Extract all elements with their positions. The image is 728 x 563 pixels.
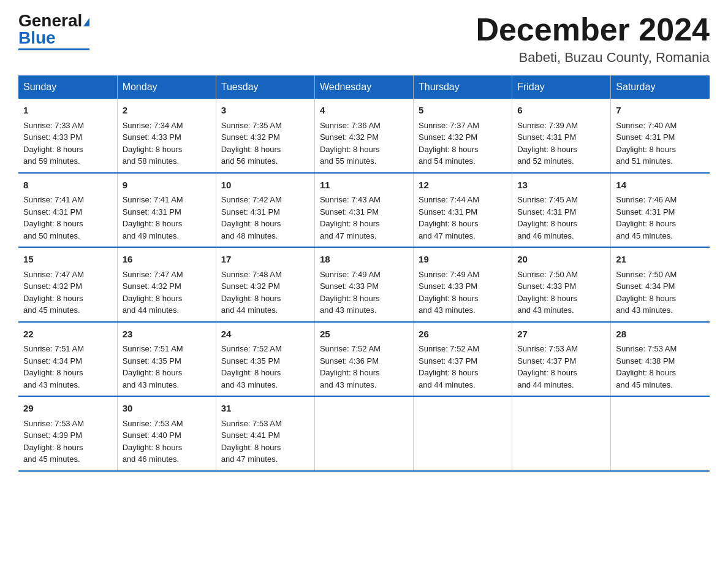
day-number: 27 [517, 327, 605, 342]
logo-triangle-icon [83, 18, 89, 26]
calendar-cell: 1Sunrise: 7:33 AMSunset: 4:33 PMDaylight… [18, 99, 117, 173]
day-number: 12 [419, 178, 507, 193]
calendar-cell: 27Sunrise: 7:53 AMSunset: 4:37 PMDayligh… [512, 322, 611, 397]
calendar-cell: 8Sunrise: 7:41 AMSunset: 4:31 PMDaylight… [18, 173, 117, 248]
calendar-cell: 13Sunrise: 7:45 AMSunset: 4:31 PMDayligh… [512, 173, 611, 248]
calendar-cell: 31Sunrise: 7:53 AMSunset: 4:41 PMDayligh… [216, 396, 314, 471]
calendar-cell: 11Sunrise: 7:43 AMSunset: 4:31 PMDayligh… [314, 173, 413, 248]
calendar-cell: 17Sunrise: 7:48 AMSunset: 4:32 PMDayligh… [216, 247, 314, 322]
calendar-cell: 12Sunrise: 7:44 AMSunset: 4:31 PMDayligh… [414, 173, 512, 248]
calendar-cell: 9Sunrise: 7:41 AMSunset: 4:31 PMDaylight… [117, 173, 216, 248]
day-number: 21 [616, 253, 705, 267]
week-row-1: 1Sunrise: 7:33 AMSunset: 4:33 PMDaylight… [18, 99, 710, 173]
day-number: 31 [221, 402, 309, 416]
day-number: 28 [616, 327, 705, 342]
weekday-header-saturday: Saturday [611, 75, 710, 99]
page-header: General Blue December 2024 Babeti, Buzau… [18, 12, 710, 66]
week-row-4: 22Sunrise: 7:51 AMSunset: 4:34 PMDayligh… [18, 322, 710, 397]
calendar-cell: 23Sunrise: 7:51 AMSunset: 4:35 PMDayligh… [117, 322, 216, 397]
week-row-3: 15Sunrise: 7:47 AMSunset: 4:32 PMDayligh… [18, 247, 710, 322]
logo: General Blue [18, 12, 89, 50]
day-number: 11 [320, 178, 408, 193]
day-number: 23 [123, 327, 211, 342]
day-number: 4 [320, 104, 408, 118]
calendar-cell [314, 396, 413, 471]
calendar-cell: 14Sunrise: 7:46 AMSunset: 4:31 PMDayligh… [611, 173, 710, 248]
title-section: December 2024 Babeti, Buzau County, Roma… [476, 12, 710, 66]
day-number: 17 [221, 253, 309, 267]
day-number: 29 [23, 402, 112, 416]
calendar-cell [512, 396, 611, 471]
day-number: 7 [616, 104, 705, 118]
calendar-cell: 30Sunrise: 7:53 AMSunset: 4:40 PMDayligh… [117, 396, 216, 471]
calendar-cell: 20Sunrise: 7:50 AMSunset: 4:33 PMDayligh… [512, 247, 611, 322]
calendar-table: SundayMondayTuesdayWednesdayThursdayFrid… [18, 75, 710, 472]
calendar-cell: 3Sunrise: 7:35 AMSunset: 4:32 PMDaylight… [216, 99, 314, 173]
weekday-header-friday: Friday [512, 75, 611, 99]
day-number: 5 [419, 104, 507, 118]
day-number: 26 [419, 327, 507, 342]
calendar-cell: 4Sunrise: 7:36 AMSunset: 4:32 PMDaylight… [314, 99, 413, 173]
calendar-cell [611, 396, 710, 471]
calendar-cell: 10Sunrise: 7:42 AMSunset: 4:31 PMDayligh… [216, 173, 314, 248]
calendar-cell: 5Sunrise: 7:37 AMSunset: 4:32 PMDaylight… [414, 99, 512, 173]
day-number: 10 [221, 178, 309, 193]
month-title: December 2024 [476, 12, 710, 47]
weekday-header-tuesday: Tuesday [216, 75, 314, 99]
day-number: 18 [320, 253, 408, 267]
day-number: 1 [23, 104, 112, 118]
calendar-body: 1Sunrise: 7:33 AMSunset: 4:33 PMDaylight… [18, 99, 710, 471]
day-number: 2 [123, 104, 211, 118]
calendar-cell: 24Sunrise: 7:52 AMSunset: 4:35 PMDayligh… [216, 322, 314, 397]
calendar-cell: 21Sunrise: 7:50 AMSunset: 4:34 PMDayligh… [611, 247, 710, 322]
calendar-cell: 22Sunrise: 7:51 AMSunset: 4:34 PMDayligh… [18, 322, 117, 397]
day-number: 30 [123, 402, 211, 416]
weekday-header-monday: Monday [117, 75, 216, 99]
calendar-cell: 19Sunrise: 7:49 AMSunset: 4:33 PMDayligh… [414, 247, 512, 322]
calendar-cell: 25Sunrise: 7:52 AMSunset: 4:36 PMDayligh… [314, 322, 413, 397]
logo-underline [18, 48, 89, 50]
day-number: 20 [517, 253, 605, 267]
logo-general-text: General [18, 11, 82, 30]
week-row-5: 29Sunrise: 7:53 AMSunset: 4:39 PMDayligh… [18, 396, 710, 471]
weekday-header-sunday: Sunday [18, 75, 117, 99]
calendar-cell: 28Sunrise: 7:53 AMSunset: 4:38 PMDayligh… [611, 322, 710, 397]
location-title: Babeti, Buzau County, Romania [476, 50, 710, 66]
weekday-header-wednesday: Wednesday [314, 75, 413, 99]
day-number: 16 [123, 253, 211, 267]
calendar-header: SundayMondayTuesdayWednesdayThursdayFrid… [18, 75, 710, 99]
day-number: 8 [23, 178, 112, 193]
weekday-header-row: SundayMondayTuesdayWednesdayThursdayFrid… [18, 75, 710, 99]
day-number: 24 [221, 327, 309, 342]
logo-blue-text: Blue [18, 28, 56, 47]
calendar-cell: 2Sunrise: 7:34 AMSunset: 4:33 PMDaylight… [117, 99, 216, 173]
week-row-2: 8Sunrise: 7:41 AMSunset: 4:31 PMDaylight… [18, 173, 710, 248]
calendar-cell: 26Sunrise: 7:52 AMSunset: 4:37 PMDayligh… [414, 322, 512, 397]
day-number: 9 [123, 178, 211, 193]
calendar-cell [414, 396, 512, 471]
weekday-header-thursday: Thursday [414, 75, 512, 99]
day-number: 13 [517, 178, 605, 193]
day-number: 3 [221, 104, 309, 118]
day-number: 19 [419, 253, 507, 267]
calendar-cell: 16Sunrise: 7:47 AMSunset: 4:32 PMDayligh… [117, 247, 216, 322]
day-number: 6 [517, 104, 605, 118]
day-number: 22 [23, 327, 112, 342]
day-number: 14 [616, 178, 705, 193]
calendar-cell: 29Sunrise: 7:53 AMSunset: 4:39 PMDayligh… [18, 396, 117, 471]
calendar-cell: 15Sunrise: 7:47 AMSunset: 4:32 PMDayligh… [18, 247, 117, 322]
calendar-cell: 6Sunrise: 7:39 AMSunset: 4:31 PMDaylight… [512, 99, 611, 173]
day-number: 15 [23, 253, 112, 267]
day-number: 25 [320, 327, 408, 342]
calendar-cell: 7Sunrise: 7:40 AMSunset: 4:31 PMDaylight… [611, 99, 710, 173]
calendar-cell: 18Sunrise: 7:49 AMSunset: 4:33 PMDayligh… [314, 247, 413, 322]
